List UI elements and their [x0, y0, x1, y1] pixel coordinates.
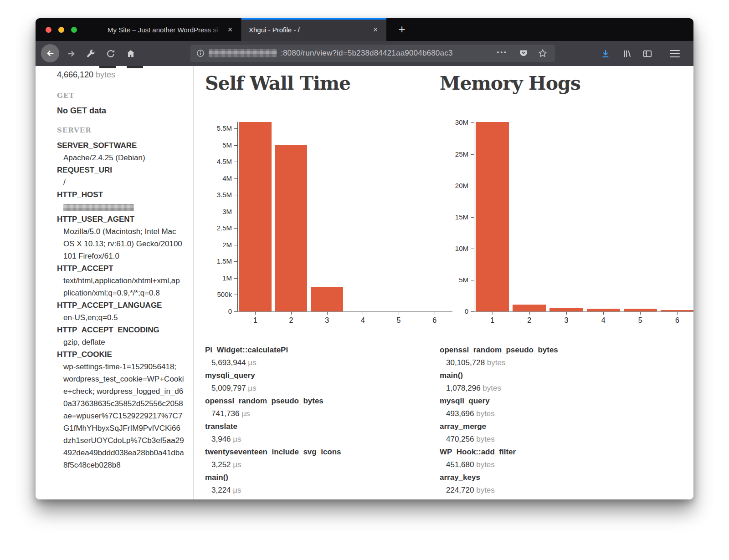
function-value-unit: bytes	[474, 435, 494, 443]
y-axis-tick-mark	[234, 212, 237, 212]
toolbar-divider	[659, 47, 659, 60]
function-value-number: 5,693,944	[211, 358, 246, 367]
function-value-unit: µs	[231, 486, 241, 494]
back-button[interactable]	[41, 44, 59, 62]
x-axis-tick-label: 4	[354, 316, 372, 325]
y-axis-tick-label: 2.5M	[205, 224, 232, 233]
chart-bar[interactable]	[661, 310, 693, 311]
y-axis-tick-mark	[234, 261, 237, 262]
server-key: HTTP_ACCEPT	[57, 262, 184, 275]
function-value: 30,105,728 bytes	[446, 356, 693, 369]
url-text[interactable]: :8080/run/view?id=5b238d84421aa9004b680a…	[281, 49, 453, 58]
server-entries-list: SERVER_SOFTWAREApache/2.4.25 (Debian)REQ…	[57, 139, 184, 471]
x-axis-tick-mark	[291, 312, 292, 315]
reload-icon[interactable]	[106, 49, 116, 59]
sidebar-toggle-icon[interactable]	[642, 49, 652, 59]
close-window-button[interactable]	[46, 27, 51, 33]
function-value-number: 741,736	[211, 409, 239, 418]
function-name[interactable]: array_keys	[440, 471, 693, 484]
forward-button[interactable]	[67, 49, 77, 59]
pocket-icon[interactable]	[519, 48, 529, 58]
url-bar[interactable]: :8080/run/view?id=5b238d84421aa9004b680a…	[190, 45, 555, 62]
function-value-unit: bytes	[474, 486, 494, 494]
url-host-redacted	[209, 49, 277, 57]
y-axis-tick-label: 3M	[205, 207, 232, 216]
function-value-number: 3,946	[211, 435, 231, 443]
chart-bar[interactable]	[513, 305, 546, 311]
y-axis-tick-mark	[234, 145, 237, 146]
function-name[interactable]: main()	[440, 369, 693, 382]
server-section-header: SERVER	[57, 127, 184, 134]
x-axis-tick-mark	[493, 312, 493, 315]
close-tab-icon[interactable]: ×	[225, 24, 236, 35]
server-value	[63, 201, 184, 213]
function-value-number: 470,256	[446, 435, 474, 443]
download-icon[interactable]	[601, 49, 611, 59]
y-axis-tick-label: 500k	[205, 290, 232, 299]
close-tab-icon[interactable]: ×	[370, 24, 381, 35]
x-axis-tick-mark	[677, 312, 678, 315]
chart-bar[interactable]	[476, 122, 509, 311]
chart-bar[interactable]	[587, 309, 620, 311]
function-value-number: 3,252	[211, 460, 231, 469]
function-name[interactable]: translate	[205, 420, 433, 433]
new-tab-button[interactable]: +	[394, 22, 410, 37]
browser-window: My Site – Just another WordPress si × Xh…	[36, 18, 693, 499]
page-content: 4,666,120 bytes GET No GET data SERVER S…	[36, 66, 693, 499]
bookmark-star-icon[interactable]	[538, 48, 548, 58]
function-value-unit: µs	[246, 358, 257, 367]
menu-icon[interactable]	[670, 50, 680, 57]
function-name[interactable]: WP_Hook::add_filter	[440, 446, 693, 458]
function-value: 493,696 bytes	[446, 407, 693, 420]
plot-area: 05M10M15M20M25M30M123456	[474, 122, 693, 312]
function-name[interactable]: main()	[205, 471, 433, 484]
function-value-unit: µs	[231, 435, 241, 443]
home-icon[interactable]	[126, 49, 136, 59]
y-axis-tick-label: 1.5M	[205, 257, 232, 266]
server-key: HTTP_USER_AGENT	[57, 213, 184, 225]
tab-bar: My Site – Just another WordPress si × Xh…	[36, 18, 693, 41]
site-info-icon[interactable]	[196, 49, 205, 58]
wrench-icon[interactable]	[86, 49, 96, 59]
y-axis-tick-mark	[234, 195, 237, 195]
server-value: text/html,application/xhtml+xml,applicat…	[63, 275, 184, 299]
tab-title: Xhgui - Profile - /	[249, 18, 366, 41]
function-name[interactable]: openssl_random_pseudo_bytes	[440, 344, 693, 356]
no-get-data-message: No GET data	[57, 106, 184, 116]
chart-bar[interactable]	[239, 122, 272, 311]
function-value: 741,736 µs	[211, 407, 433, 420]
self-wall-time-title: Self Wall Time	[205, 74, 350, 93]
plot-area: 0500k1M1.5M2M2.5M3M3.5M4M4.5M5M5.5M12345…	[237, 122, 452, 312]
x-axis-tick-label: 1	[483, 316, 502, 325]
minimize-window-button[interactable]	[58, 27, 64, 33]
function-name[interactable]: Pi_Widget::calculatePi	[205, 344, 433, 356]
y-axis-tick-mark	[234, 162, 237, 162]
tab-xhgui-profile[interactable]: Xhgui - Profile - / ×	[241, 18, 386, 41]
back-arrow-icon	[45, 48, 55, 58]
chart-bar[interactable]	[624, 309, 657, 311]
y-axis-tick-mark	[471, 122, 474, 123]
library-icon[interactable]	[622, 49, 632, 59]
server-key: HTTP_HOST	[57, 188, 184, 201]
function-value-unit: µs	[231, 460, 241, 469]
chart-bar[interactable]	[311, 287, 343, 311]
page-actions-icon[interactable]: •••	[497, 49, 508, 56]
clipped-text-remnant	[99, 66, 116, 68]
redacted-value	[63, 204, 134, 211]
tab-wordpress-site[interactable]: My Site – Just another WordPress si ×	[80, 18, 241, 41]
function-name[interactable]: twentyseventeen_include_svg_icons	[205, 446, 433, 458]
function-value-unit: µs	[239, 409, 250, 418]
function-name[interactable]: mysqli_query	[440, 395, 693, 407]
chart-bar[interactable]	[275, 145, 308, 311]
x-axis-tick-mark	[603, 312, 604, 315]
x-axis-tick-mark	[327, 312, 328, 315]
function-name[interactable]: mysqli_query	[205, 369, 433, 382]
window-controls	[46, 27, 77, 33]
zoom-window-button[interactable]	[71, 27, 77, 33]
function-name[interactable]: array_merge	[440, 420, 693, 433]
y-axis-tick-label: 5M	[441, 275, 468, 285]
y-axis-tick-label: 0	[441, 307, 468, 316]
function-name[interactable]: openssl_random_pseudo_bytes	[205, 395, 433, 407]
chart-bar[interactable]	[549, 308, 583, 311]
self-wall-time-panel: Self Wall Time 0500k1M1.5M2M2.5M3M3.5M4M…	[205, 66, 440, 499]
